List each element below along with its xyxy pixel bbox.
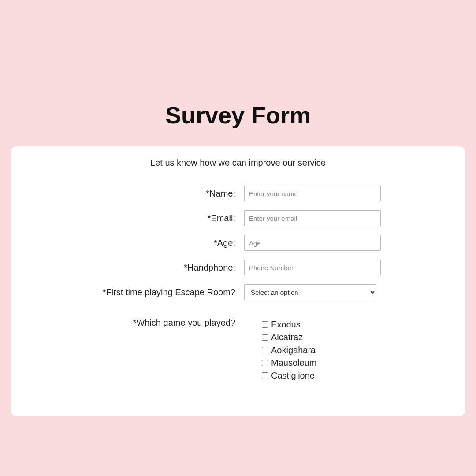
- label-games: *Which game you played?: [28, 318, 235, 328]
- input-email[interactable]: [244, 210, 381, 226]
- select-first-time[interactable]: Select an option: [244, 284, 376, 300]
- subtitle: Let us know how we can improve our servi…: [28, 155, 448, 186]
- checkbox-label-mausoleum: Mausoleum: [271, 358, 316, 368]
- row-first-time: *First time playing Escape Room? Select …: [28, 284, 448, 300]
- checkbox-exodus[interactable]: [262, 321, 268, 328]
- checkbox-alcatraz[interactable]: [262, 334, 268, 341]
- label-first-time: *First time playing Escape Room?: [28, 287, 235, 298]
- label-handphone: *Handphone:: [28, 263, 235, 273]
- input-age[interactable]: [244, 235, 381, 251]
- checkbox-item-castiglione[interactable]: Castiglione: [262, 371, 448, 381]
- checkbox-item-alcatraz[interactable]: Alcatraz: [262, 332, 448, 342]
- row-handphone: *Handphone:: [28, 260, 448, 275]
- checkbox-aokigahara[interactable]: [262, 347, 268, 353]
- row-name: *Name:: [28, 186, 448, 201]
- checkbox-mausoleum[interactable]: [262, 360, 268, 366]
- checkbox-castiglione[interactable]: [262, 372, 268, 379]
- page-title: Survey Form: [0, 0, 476, 146]
- row-age: *Age:: [28, 235, 448, 251]
- checkbox-label-alcatraz: Alcatraz: [271, 332, 303, 342]
- input-name[interactable]: [244, 186, 381, 201]
- checkbox-label-castiglione: Castiglione: [271, 371, 315, 381]
- checkbox-group-games: Exodus Alcatraz Aokigahara Mausoleum Cas…: [244, 318, 448, 381]
- row-games: *Which game you played? Exodus Alcatraz …: [28, 318, 448, 381]
- row-email: *Email:: [28, 210, 448, 226]
- label-age: *Age:: [28, 238, 235, 248]
- checkbox-label-exodus: Exodus: [271, 320, 301, 330]
- checkbox-item-aokigahara[interactable]: Aokigahara: [262, 345, 448, 355]
- checkbox-item-exodus[interactable]: Exodus: [262, 320, 448, 330]
- checkbox-item-mausoleum[interactable]: Mausoleum: [262, 358, 448, 368]
- checkbox-label-aokigahara: Aokigahara: [271, 345, 316, 355]
- label-name: *Name:: [28, 189, 235, 199]
- form-card: Let us know how we can improve our servi…: [11, 146, 465, 416]
- input-handphone[interactable]: [244, 260, 381, 275]
- label-email: *Email:: [28, 213, 235, 223]
